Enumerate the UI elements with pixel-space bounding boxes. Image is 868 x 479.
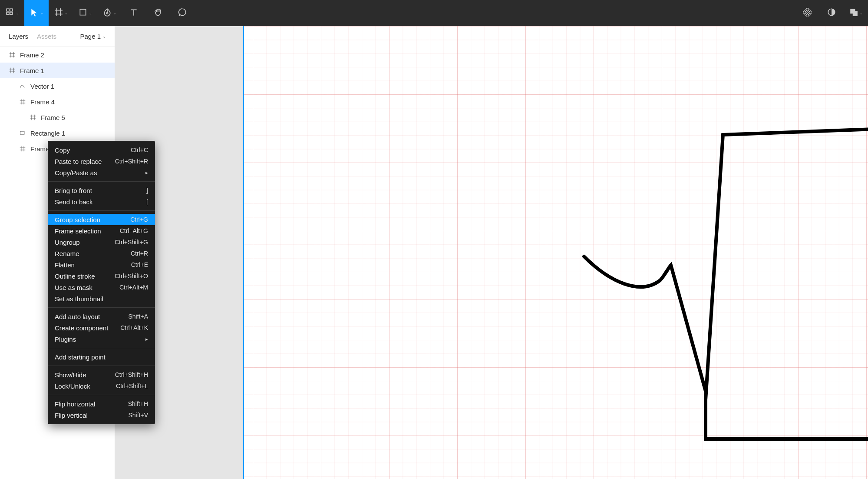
components-button[interactable] [795, 0, 819, 26]
chevron-down-icon: ⌄ [113, 11, 116, 15]
context-menu-separator [48, 366, 155, 366]
context-menu-label: Create component [55, 324, 108, 332]
layer-row[interactable]: Rectangle 1 [0, 125, 115, 141]
context-menu-shortcut: Ctrl+Alt+G [120, 227, 148, 234]
frame-icon [19, 145, 26, 152]
pen-tool-button[interactable]: ⌄ [97, 0, 122, 26]
move-tool-button[interactable]: ⌄ [24, 0, 49, 26]
context-menu-label: Group selection [55, 216, 100, 223]
layers-list: Frame 2Frame 1Vector 1Frame 4Frame 5Rect… [0, 47, 115, 156]
frame-background-grid [243, 26, 868, 479]
context-menu-item[interactable]: Set as thumbnail [48, 293, 155, 304]
context-menu-label: Bring to front [55, 187, 92, 194]
context-menu-label: Lock/Unlock [55, 383, 90, 390]
context-menu-item[interactable]: Paste to replaceCtrl+Shift+R [48, 156, 155, 167]
context-menu-shortcut: [ [146, 198, 148, 205]
context-menu: CopyCtrl+CPaste to replaceCtrl+Shift+RCo… [48, 141, 155, 424]
frame-icon [9, 51, 16, 58]
layer-label: Rectangle 1 [30, 130, 65, 137]
context-menu-item[interactable]: Group selectionCtrl+G [48, 214, 155, 225]
chevron-down-icon: ⌄ [89, 11, 92, 15]
shape-tool-button[interactable]: ⌄ [73, 0, 97, 26]
text-tool-button[interactable] [122, 0, 146, 26]
context-menu-label: Copy [55, 146, 70, 154]
context-menu-item[interactable]: UngroupCtrl+Shift+G [48, 236, 155, 248]
context-menu-item[interactable]: Show/HideCtrl+Shift+H [48, 369, 155, 380]
context-menu-shortcut: Ctrl+C [131, 146, 148, 153]
context-menu-label: Send to back [55, 198, 93, 206]
context-menu-item[interactable]: Flip horizontalShift+H [48, 398, 155, 409]
tab-layers[interactable]: Layers [9, 33, 28, 40]
context-menu-separator [48, 210, 155, 211]
context-menu-shortcut: Ctrl+E [131, 261, 148, 268]
chevron-down-icon: ⌄ [40, 11, 43, 15]
hand-icon [154, 8, 162, 18]
boolean-button[interactable]: ⌄ [844, 0, 868, 26]
chevron-down-icon: ⌄ [65, 11, 68, 15]
frame-tool-button[interactable]: ⌄ [49, 0, 73, 26]
context-menu-item[interactable]: RenameCtrl+R [48, 248, 155, 259]
context-menu-shortcut: Ctrl+Shift+O [115, 273, 148, 279]
frame-icon [30, 114, 36, 121]
context-menu-shortcut: Shift+V [128, 412, 148, 419]
panel-tabs: Layers Assets Page 1 ⌄ [0, 26, 115, 47]
layer-label: Frame 1 [20, 67, 44, 74]
main-menu-button[interactable]: ⌄ [0, 0, 24, 26]
layer-row[interactable]: Vector 1 [0, 78, 115, 94]
context-menu-label: Frame selection [55, 227, 101, 235]
context-menu-item[interactable]: Plugins [48, 333, 155, 345]
context-menu-item[interactable]: Copy/Paste as [48, 167, 155, 178]
context-menu-item[interactable]: FlattenCtrl+E [48, 259, 155, 270]
context-menu-shortcut: Shift+H [128, 400, 148, 407]
context-menu-label: Flip vertical [55, 412, 88, 419]
context-menu-item[interactable]: CopyCtrl+C [48, 144, 155, 156]
frame-icon [19, 98, 26, 105]
canvas[interactable] [115, 26, 868, 479]
frame-icon [54, 8, 63, 18]
components-icon [803, 8, 812, 18]
context-menu-shortcut: Ctrl+Shift+H [115, 371, 148, 378]
layer-row[interactable]: Frame 2 [0, 47, 115, 63]
layer-row[interactable]: Frame 5 [0, 110, 115, 125]
context-menu-shortcut: Ctrl+Alt+K [120, 324, 148, 331]
context-menu-label: Add starting point [55, 353, 106, 361]
context-menu-label: Add auto layout [55, 313, 100, 320]
chevron-down-icon: ⌄ [860, 11, 863, 15]
context-menu-item[interactable]: Outline strokeCtrl+Shift+O [48, 270, 155, 282]
page-selector[interactable]: Page 1 ⌄ [80, 33, 106, 40]
context-menu-label: Copy/Paste as [55, 169, 97, 176]
layer-label: Frame 2 [20, 51, 44, 59]
comment-icon [178, 8, 187, 18]
context-menu-shortcut: Ctrl+R [131, 250, 148, 257]
comment-tool-button[interactable] [170, 0, 195, 26]
layer-label: Frame 4 [30, 98, 55, 106]
context-menu-item[interactable]: Send to back[ [48, 196, 155, 207]
context-menu-label: Ungroup [55, 239, 80, 246]
context-menu-item[interactable]: Frame selectionCtrl+Alt+G [48, 225, 155, 236]
mask-button[interactable] [819, 0, 844, 26]
tab-assets[interactable]: Assets [37, 33, 56, 40]
cursor-icon [30, 8, 39, 18]
context-menu-separator [48, 181, 155, 182]
context-menu-separator [48, 307, 155, 308]
chevron-down-icon: ⌄ [102, 34, 106, 39]
context-menu-item[interactable]: Add auto layoutShift+A [48, 311, 155, 322]
context-menu-shortcut: Ctrl+G [130, 216, 148, 223]
context-menu-shortcut: Shift+A [128, 313, 148, 320]
context-menu-shortcut: Ctrl+Shift+G [115, 239, 148, 246]
context-menu-item[interactable]: Flip verticalShift+V [48, 409, 155, 421]
context-menu-item[interactable]: Use as maskCtrl+Alt+M [48, 282, 155, 293]
square-icon [79, 8, 87, 18]
layer-row[interactable]: Frame 1 [0, 63, 115, 78]
boolean-icon [849, 8, 858, 18]
context-menu-item[interactable]: Lock/UnlockCtrl+Shift+L [48, 380, 155, 392]
text-icon [129, 8, 138, 18]
context-menu-item[interactable]: Create componentCtrl+Alt+K [48, 322, 155, 333]
rect-icon [19, 130, 26, 136]
context-menu-item[interactable]: Bring to front] [48, 185, 155, 196]
context-menu-label: Set as thumbnail [55, 295, 103, 303]
hand-tool-button[interactable] [146, 0, 170, 26]
layer-row[interactable]: Frame 4 [0, 94, 115, 110]
frame-icon [9, 67, 16, 74]
context-menu-item[interactable]: Add starting point [48, 351, 155, 363]
